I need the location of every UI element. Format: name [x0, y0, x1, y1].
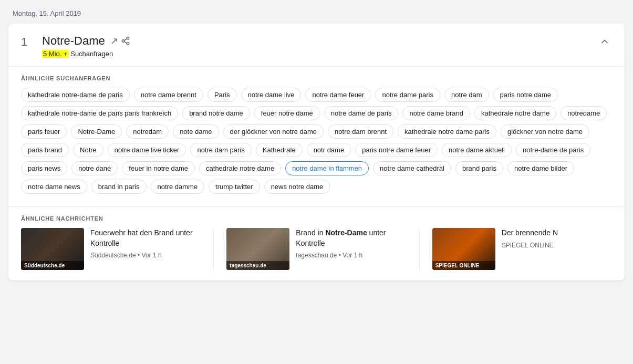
search-tag[interactable]: notre dame brand — [402, 106, 470, 120]
collapse-button[interactable] — [597, 34, 612, 50]
thumbnail-source-label: SPIEGEL ONLINE — [432, 261, 495, 270]
search-tag[interactable]: notre dam paris — [190, 143, 251, 157]
thumbnail-source-label: Süddeutsche.de — [21, 261, 84, 270]
search-tag[interactable]: notre dame paris — [375, 88, 440, 102]
search-tag[interactable]: notredame — [561, 106, 607, 120]
news-grid: Süddeutsche.de Feuerwehr hat den Brand u… — [21, 228, 612, 270]
related-searches-label: ÄHNLICHE SUCHANFRAGEN — [21, 75, 612, 81]
search-tag[interactable]: notre dam brennt — [328, 124, 393, 139]
date-bar: Montag, 15. April 2019 — [0, 0, 633, 24]
news-item[interactable]: SPIEGEL ONLINE Der brennende N SPIEGEL O… — [432, 228, 612, 270]
trend-volume: 5 Mio. + Suchanfragen — [42, 50, 130, 58]
news-item[interactable]: tagesschau.de Brand in Notre-Dame unter … — [226, 228, 419, 270]
search-tag[interactable]: paris notre dame feuer — [355, 143, 438, 157]
search-tag[interactable]: kathedrale notre dame — [474, 106, 556, 120]
news-headline[interactable]: Brand in Notre-Dame unter Kontrolle — [296, 228, 406, 248]
search-tag[interactable]: notredam — [126, 124, 169, 139]
search-tag[interactable]: notr dame — [307, 143, 351, 157]
search-tag[interactable]: paris brand — [21, 143, 69, 157]
thumbnail-source-label: tagesschau.de — [226, 261, 289, 270]
trend-rank: 1 — [21, 35, 34, 49]
related-news-label: ÄHNLICHE NACHRICHTEN — [21, 215, 612, 222]
trend-title: Notre-Dame ↗︎ — [42, 34, 130, 48]
related-news-section: ÄHNLICHE NACHRICHTEN Süddeutsche.de Feue… — [8, 206, 625, 280]
search-tag[interactable]: brand notre dame — [182, 106, 250, 120]
tags-container: kathedrale notre-dame de parisnotre dame… — [21, 88, 612, 194]
search-tag[interactable]: der glöckner von notre dame — [223, 124, 324, 139]
trend-title-block: Notre-Dame ↗︎ 5 Mio. + Suchanfragen — [42, 34, 130, 58]
search-tag[interactable]: feuer in notre dame — [122, 161, 195, 175]
search-tag[interactable]: Notre-Dame — [71, 124, 122, 139]
search-tag[interactable]: Notre — [73, 143, 103, 157]
search-tag[interactable]: kathedrale notre dame paris — [398, 124, 496, 139]
search-tag[interactable]: notre dame news — [21, 180, 87, 194]
search-tag[interactable]: notre-dame de paris — [516, 143, 590, 157]
search-tag[interactable]: notre damme — [151, 180, 205, 194]
search-tag[interactable]: notre dame live ticker — [108, 143, 186, 157]
search-tag[interactable]: notre dame de paris — [324, 106, 399, 120]
news-headline[interactable]: Feuerwehr hat den Brand unter Kontrolle — [90, 228, 201, 248]
search-tag[interactable]: notre dame brennt — [134, 88, 203, 102]
news-meta: tagesschau.de • Vor 1 h — [296, 252, 406, 259]
search-tag[interactable]: Paris — [207, 88, 237, 102]
search-tag[interactable]: news notre dame — [264, 180, 330, 194]
search-tag[interactable]: note dame — [173, 124, 219, 139]
news-meta: Süddeutsche.de • Vor 1 h — [90, 252, 201, 259]
news-content: Der brennende N SPIEGEL ONLINE — [502, 228, 558, 249]
search-tag[interactable]: notre dame aktuell — [442, 143, 512, 157]
search-tag[interactable]: kathedrale notre-dame de paris — [21, 88, 130, 102]
search-tag[interactable]: cathedrale notre dame — [199, 161, 281, 175]
search-tag[interactable]: paris notre dame — [493, 88, 558, 102]
news-content: Brand in Notre-Dame unter Kontrolle tage… — [296, 228, 406, 259]
search-tag[interactable]: kathedrale notre-dame de paris paris fra… — [21, 106, 178, 120]
search-tag[interactable]: notre dame bilder — [507, 161, 574, 175]
svg-line-3 — [124, 41, 127, 43]
search-tag[interactable]: notre dame cathedral — [373, 161, 451, 175]
search-tag[interactable]: notre dam — [444, 88, 489, 102]
related-searches-section: ÄHNLICHE SUCHANFRAGEN kathedrale notre-d… — [8, 67, 625, 202]
search-tag[interactable]: feuer notre dame — [254, 106, 320, 120]
trend-header: 1 Notre-Dame ↗︎ 5 Mio. + Suchanfragen — [8, 24, 625, 66]
search-tag[interactable]: paris feuer — [21, 124, 67, 139]
news-thumbnail: SPIEGEL ONLINE — [432, 228, 495, 270]
news-content: Feuerwehr hat den Brand unter Kontrolle … — [90, 228, 201, 259]
search-tag[interactable]: trump twitter — [209, 180, 260, 194]
search-tag[interactable]: paris news — [21, 161, 67, 175]
search-tag[interactable]: glöckner von notre dame — [501, 124, 589, 139]
news-item[interactable]: Süddeutsche.de Feuerwehr hat den Brand u… — [21, 228, 214, 270]
search-tag[interactable]: notre dane — [71, 161, 118, 175]
search-tag[interactable]: brand in paris — [91, 180, 147, 194]
trend-header-left: 1 Notre-Dame ↗︎ 5 Mio. + Suchanfragen — [21, 34, 130, 58]
svg-line-4 — [124, 39, 127, 40]
search-tag[interactable]: notre dame live — [241, 88, 302, 102]
news-headline[interactable]: Der brennende N — [502, 228, 558, 238]
trend-card: 1 Notre-Dame ↗︎ 5 Mio. + Suchanfragen — [8, 24, 625, 280]
share-icon[interactable]: ↗︎ — [110, 35, 130, 47]
search-tag[interactable]: notre dame feuer — [305, 88, 371, 102]
search-tag[interactable]: notre dame in flammen — [285, 161, 369, 175]
news-thumbnail: Süddeutsche.de — [21, 228, 84, 270]
search-tag[interactable]: Kathedrale — [256, 143, 303, 157]
search-tag[interactable]: brand paris — [455, 161, 503, 175]
news-meta: SPIEGEL ONLINE — [502, 242, 558, 249]
news-thumbnail: tagesschau.de — [226, 228, 289, 270]
